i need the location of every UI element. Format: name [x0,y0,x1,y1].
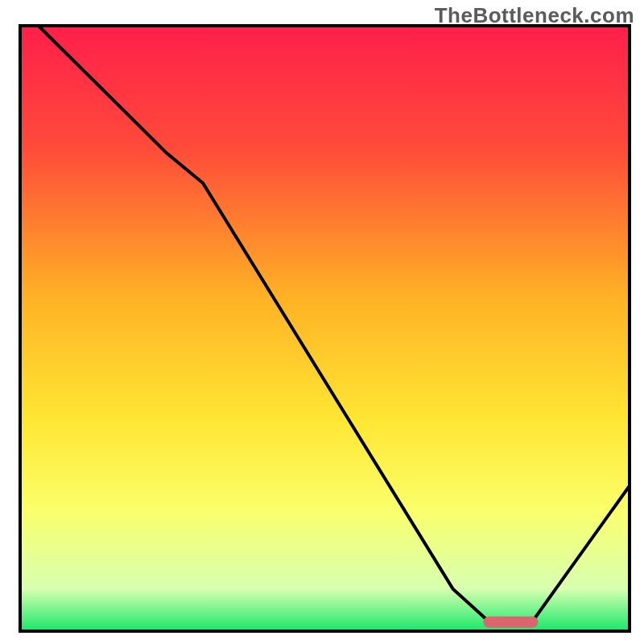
bottleneck-chart [0,0,644,644]
plot-area [20,26,630,631]
chart-stage: TheBottleneck.com [0,0,644,644]
optimal-range-marker [483,617,538,628]
watermark-text: TheBottleneck.com [435,3,634,28]
